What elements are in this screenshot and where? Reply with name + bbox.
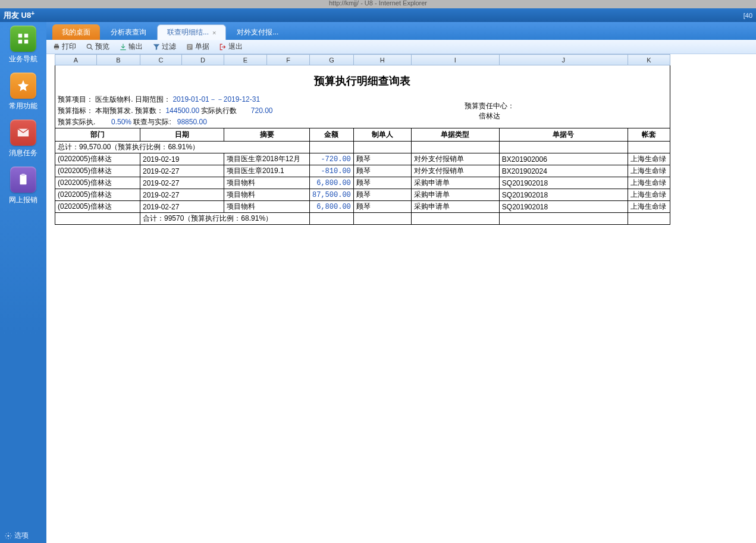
sidebar-footer-options[interactable]: 选项 xyxy=(0,528,46,543)
meta-row-1: 预算项目： 医生版物料. 日期范围： 2019-01-01－－2019-12-3… xyxy=(55,94,670,105)
cell-doctype: 对外支付报销单 xyxy=(411,153,499,165)
svg-point-10 xyxy=(87,44,91,48)
cell-doctype: 采购申请单 xyxy=(411,201,499,213)
table-row[interactable]: (0202005)倍林达2019-02-27项目物料6,800.00顾琴采购申请… xyxy=(55,201,670,213)
cell-maker: 顾琴 xyxy=(353,177,411,189)
sidebar-item-common[interactable]: 常用功能 xyxy=(9,73,37,111)
meta-label: 预算实际执. xyxy=(58,117,95,127)
toolbar: 打印 预览 输出 过滤 单据 退出 xyxy=(46,40,756,54)
hdr-docno: 单据号 xyxy=(499,128,628,142)
cell-date: 2019-02-27 xyxy=(140,189,224,201)
sidebar-label: 网上报销 xyxy=(9,195,37,205)
meta-label: 预算项目： xyxy=(58,95,93,105)
cell-amount: 6,800.00 xyxy=(310,177,354,189)
table-row[interactable]: (0202005)倍林达2019-02-27项目物料6,800.00顾琴采购申请… xyxy=(55,177,670,189)
svg-rect-9 xyxy=(55,48,58,50)
cell-doctype: 采购申请单 xyxy=(411,189,499,201)
meta-label: 预算责任中心： xyxy=(312,101,667,111)
export-button[interactable]: 输出 xyxy=(115,40,146,53)
tabs-bar: 我的桌面 分析表查询 联查明细结...× 对外支付报... xyxy=(46,22,756,40)
sidebar-item-business-nav[interactable]: 业务导航 xyxy=(9,26,37,64)
svg-rect-1 xyxy=(24,34,28,37)
subtotal-row: 合计：99570（预算执行比例：68.91%） xyxy=(55,213,670,225)
cell-dept: (0202005)倍林达 xyxy=(55,189,140,201)
svg-point-6 xyxy=(8,535,10,536)
preview-button[interactable]: 预览 xyxy=(82,40,113,53)
col-H[interactable]: H xyxy=(353,55,411,65)
close-icon[interactable]: × xyxy=(212,29,216,36)
spreadsheet-area[interactable]: A B C D E F G H I J K 预算执行明细查询表 预算项目： xyxy=(46,54,756,543)
hdr-dept: 部门 xyxy=(55,128,140,142)
sidebar-item-messages[interactable]: 消息任务 xyxy=(9,120,37,158)
cell-dept: (0202005)倍林达 xyxy=(55,165,140,177)
table-row[interactable]: (0202005)倍林达2019-02-27项目物料87,500.00顾琴采购申… xyxy=(55,189,670,201)
browser-titlebar: http://kmjj/ - U8 - Internet Explorer xyxy=(0,0,756,8)
col-B[interactable]: B xyxy=(97,55,140,65)
cell-summary: 项目物料 xyxy=(224,201,310,213)
meta-label: 日期范围： xyxy=(135,95,171,105)
col-D[interactable]: D xyxy=(182,55,224,65)
cell-doctype: 对外支付报销单 xyxy=(411,165,499,177)
meta-label: 预算指标： xyxy=(58,106,93,116)
print-button[interactable]: 打印 xyxy=(49,40,80,53)
subtotal-text: 合计：99570（预算执行比例：68.91%） xyxy=(140,213,310,225)
meta-val: 144500.00 xyxy=(165,106,199,115)
col-C[interactable]: C xyxy=(140,55,182,65)
cell-docno: SQ201902018 xyxy=(499,177,628,189)
table-row[interactable]: (0202005)倍林达2019-02-27项目医生章2019.1-810.00… xyxy=(55,165,670,177)
tab-external-payment[interactable]: 对外支付报... xyxy=(227,24,288,40)
tab-label: 我的桌面 xyxy=(62,27,90,37)
app-header: 用友 U8+ [40 xyxy=(0,8,756,22)
cell-docno: SQ201902018 xyxy=(499,189,628,201)
svg-rect-3 xyxy=(24,40,28,43)
meta-label: 实际执行数 xyxy=(201,106,237,116)
sidebar-label: 业务导航 xyxy=(9,54,37,64)
cell-maker: 顾琴 xyxy=(353,189,411,201)
col-E[interactable]: E xyxy=(224,55,267,65)
logo-plus: + xyxy=(31,10,34,17)
data-header-row: 部门 日期 摘要 金额 制单人 单据类型 单据号 帐套 xyxy=(55,128,670,142)
btn-label: 输出 xyxy=(128,42,143,52)
mail-icon xyxy=(10,120,36,146)
meta-val: 0.50% xyxy=(111,118,131,126)
hdr-date: 日期 xyxy=(140,128,224,142)
sidebar-label: 消息任务 xyxy=(9,148,37,158)
cell-summary: 项目物料 xyxy=(224,189,310,201)
cell-dept: (0202005)倍林达 xyxy=(55,201,140,213)
tab-detail-linked[interactable]: 联查明细结...× xyxy=(157,24,226,40)
tab-analysis[interactable]: 分析表查询 xyxy=(101,24,156,40)
cell-maker: 顾琴 xyxy=(353,201,411,213)
report-table: A B C D E F G H I J K 预算执行明细查询表 预算项目： xyxy=(55,54,670,225)
cell-summary: 项目医生章2018年12月 xyxy=(224,153,310,165)
cell-summary: 项目物料 xyxy=(224,177,310,189)
hdr-amount: 金额 xyxy=(310,128,354,142)
col-K[interactable]: K xyxy=(628,55,670,65)
meta-label: 预算数： xyxy=(135,106,164,116)
voucher-button[interactable]: 单据 xyxy=(182,40,213,53)
cell-amount: 6,800.00 xyxy=(310,201,354,213)
cell-book: 上海生命绿 xyxy=(628,177,670,189)
col-J[interactable]: J xyxy=(499,55,628,65)
filter-button[interactable]: 过滤 xyxy=(149,40,180,53)
tab-desktop[interactable]: 我的桌面 xyxy=(52,24,100,40)
sidebar-item-online-expense[interactable]: 网上报销 xyxy=(9,167,37,205)
meta-val: 2019-01-01－－2019-12-31 xyxy=(172,95,260,103)
exit-button[interactable]: 退出 xyxy=(215,40,246,53)
cell-book: 上海生命绿 xyxy=(628,201,670,213)
meta-label: 联查与实际: xyxy=(133,117,171,127)
tab-label: 联查明细结... xyxy=(167,27,209,37)
col-I[interactable]: I xyxy=(411,55,499,65)
sidebar: 业务导航 常用功能 消息任务 网上报销 选项 xyxy=(0,22,46,543)
grand-total-text: 总计：99,570.00（预算执行比例：68.91%） xyxy=(55,142,310,153)
col-G[interactable]: G xyxy=(310,55,354,65)
grand-total-row: 总计：99,570.00（预算执行比例：68.91%） xyxy=(55,142,670,153)
col-A[interactable]: A xyxy=(55,55,97,65)
cell-maker: 顾琴 xyxy=(353,165,411,177)
table-row[interactable]: (0202005)倍林达2019-02-19项目医生章2018年12月-720.… xyxy=(55,153,670,165)
btn-label: 预览 xyxy=(95,42,109,52)
star-icon xyxy=(10,73,36,99)
col-F[interactable]: F xyxy=(267,55,310,65)
cell-date: 2019-02-27 xyxy=(140,165,224,177)
btn-label: 过滤 xyxy=(162,42,176,52)
btn-label: 单据 xyxy=(195,42,209,52)
